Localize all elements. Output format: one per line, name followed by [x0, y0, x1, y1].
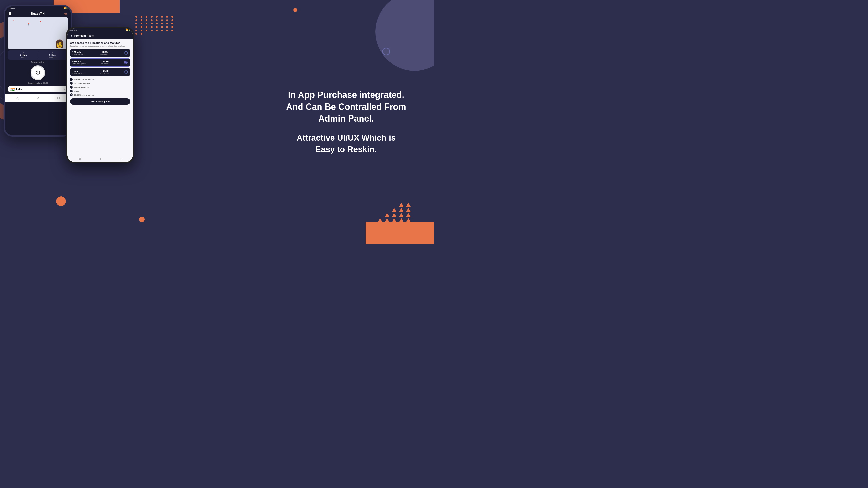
sub-line2: Easy to Reskin. [315, 144, 377, 154]
check-icon-5: ✓ [70, 93, 73, 96]
phone2-time: 11:23 AM [70, 30, 77, 31]
server-name-text: India [16, 88, 64, 91]
phone1-power-button[interactable] [31, 65, 45, 80]
phone1-connection-time: Connection time: 00:00 [5, 82, 70, 84]
plan1-info: 1 Month Total Price $8.99 [72, 51, 85, 55]
map-pins2: 📍 [27, 23, 30, 26]
server-arrow-icon: › [64, 87, 65, 91]
dot-grid [135, 16, 175, 35]
orange-rect-bottom-right [366, 222, 434, 244]
plan2-radio[interactable] [124, 61, 128, 64]
premium-subtext: Subscribe out premium membership to acce… [70, 45, 130, 47]
phone1-server-selector[interactable]: 🇮🇳 India › [7, 86, 68, 93]
plan1-price: $8.99 [100, 51, 108, 54]
bg-purple-arc [375, 0, 434, 71]
main-heading: In App Purchase integrated. And Can Be C… [271, 89, 422, 125]
phone2-body: Get access to all locations and features… [67, 39, 133, 156]
plan3-radio[interactable] [124, 70, 128, 74]
phone2-screen-title: Premium Plans [74, 34, 94, 37]
plan1-pricing: $8.99 /per month [100, 51, 108, 55]
purple-circle-outline [382, 47, 390, 55]
map-pins: 📍 [12, 20, 15, 22]
phone1-profile-icon: ⊕ [64, 12, 67, 15]
plan2-total: Total Price $18.99 [72, 63, 86, 65]
phone1-upload-speed: 0 Kb/s [9, 54, 38, 56]
sub-line1: Attractive UI/UX Which is [297, 133, 396, 142]
phone1-app-title: Buzz VPN [11, 12, 64, 15]
feature-text-5: 99.99% uptime servers [74, 94, 94, 96]
phone1-stats: ⬆ 0 Kb/s Upload ⬇ 0 Kb/s Download [7, 50, 68, 60]
sub-heading: Attractive UI/UX Which is Easy to Reskin… [271, 132, 422, 155]
plan-card-1year[interactable]: 1 Year Total Price $23.99 $2.00 /per mon… [70, 68, 130, 76]
heading-line1: In App Purchase integrated. [288, 90, 404, 100]
phone2-icons: 📶🔋 [126, 29, 130, 31]
phone2-device: 11:23 AM 📶🔋 ‹ Premium Plans Get access t… [66, 27, 134, 163]
phone1-map: 📍 📍 📍 👩 [7, 17, 68, 49]
phone1-download-stat: ⬇ 0 Kb/s Download [38, 52, 67, 58]
plan1-total: Total Price $8.99 [72, 54, 85, 55]
phone1-time: 11:16 AM [7, 7, 15, 9]
right-content-panel: In App Purchase integrated. And Can Be C… [271, 89, 422, 155]
plan2-pricing: $3.16 /per month [100, 60, 108, 65]
subscribe-button[interactable]: Start Subscription [70, 98, 130, 105]
phone1-device: 11:16 AM 📶🔋 Buzz VPN ⊕ 📍 📍 📍 👩 ⬆ 0 Kb/s … [4, 5, 72, 137]
heading-line2: And Can Be Contralled From [286, 101, 406, 111]
check-icon-3: ✓ [70, 86, 73, 89]
feature-text-2: Select proxy apps [74, 82, 90, 85]
phone1-download-label: Download [38, 56, 67, 58]
feature-item-2: ✓ Select proxy apps [70, 82, 130, 85]
feature-text-1: Unlock over 1+ locations [74, 78, 95, 80]
check-icon-1: ✓ [70, 78, 73, 81]
feature-item-1: ✓ Unlock over 1+ locations [70, 78, 130, 81]
plan3-pricing: $2.00 /per month [100, 70, 108, 74]
plan-card-1month[interactable]: 1 Month Total Price $8.99 $8.99 /per mon… [70, 49, 130, 57]
phone1-header: Buzz VPN ⊕ [5, 10, 70, 17]
feature-item-4: ✓ No ads [70, 90, 130, 93]
feature-item-3: ✓ In app speedtest [70, 86, 130, 89]
download-icon: ⬇ [52, 52, 53, 54]
phone1-status-bar: 11:16 AM 📶🔋 [5, 6, 70, 10]
plan3-name: 1 Year [72, 70, 86, 72]
server-flag-icon: 🇮🇳 [10, 87, 14, 91]
plan2-per: /per month [100, 63, 108, 65]
phone2-header: ‹ Premium Plans [67, 32, 133, 39]
check-icon-4: ✓ [70, 90, 73, 93]
feature-list: ✓ Unlock over 1+ locations ✓ Select prox… [70, 78, 130, 96]
map-pins3: 📍 [39, 21, 42, 23]
plan-card-6month[interactable]: 6 Month Total Price $18.99 $3.16 /per mo… [70, 58, 130, 67]
orange-circle-bottom-left [56, 196, 66, 206]
hamburger-icon [8, 12, 11, 15]
phone1-icons: 📶🔋 [64, 7, 68, 9]
plan1-per: /per month [100, 54, 108, 55]
plan3-per: /per month [100, 72, 108, 74]
feature-item-5: ✓ 99.99% uptime servers [70, 93, 130, 96]
triangle-grid [378, 203, 412, 222]
plan2-name: 6 Month [72, 61, 86, 63]
nav2-home-icon: ○ [99, 157, 101, 161]
feature-text-3: In app speedtest [74, 86, 89, 88]
heading-line3: Admin Panel. [318, 113, 374, 124]
phone1-bottom-nav: ◁ ○ □ [5, 94, 70, 102]
nav-home-icon: ○ [37, 96, 39, 100]
nav-back-icon: ◁ [16, 96, 19, 100]
map-figure: 👩 [55, 39, 64, 48]
orange-dot-top-right [293, 8, 297, 12]
nav2-recents-icon: □ [120, 157, 122, 161]
feature-text-4: No ads [74, 90, 80, 92]
nav2-back-icon: ◁ [79, 157, 81, 161]
phone2-bottom-nav: ◁ ○ □ [67, 156, 133, 162]
premium-heading: Get access to all locations and features [70, 41, 130, 44]
phone1-upload-stat: ⬆ 0 Kb/s Upload [9, 52, 38, 58]
back-arrow-icon[interactable]: ‹ [71, 34, 72, 38]
plan3-info: 1 Year Total Price $23.99 [72, 70, 86, 74]
check-icon-2: ✓ [70, 82, 73, 85]
upload-icon: ⬆ [23, 52, 24, 54]
plan3-price: $2.00 [100, 70, 108, 72]
plan1-radio[interactable] [124, 51, 128, 55]
phone1-download-speed: 0 Kb/s [38, 54, 67, 56]
orange-circle-bottom-mid [139, 217, 145, 222]
plan3-total: Total Price $23.99 [72, 72, 86, 74]
phone1-upload-label: Upload [9, 56, 38, 58]
plan2-info: 6 Month Total Price $18.99 [72, 61, 86, 65]
phone1-disconnected: Disconnected [5, 61, 70, 63]
